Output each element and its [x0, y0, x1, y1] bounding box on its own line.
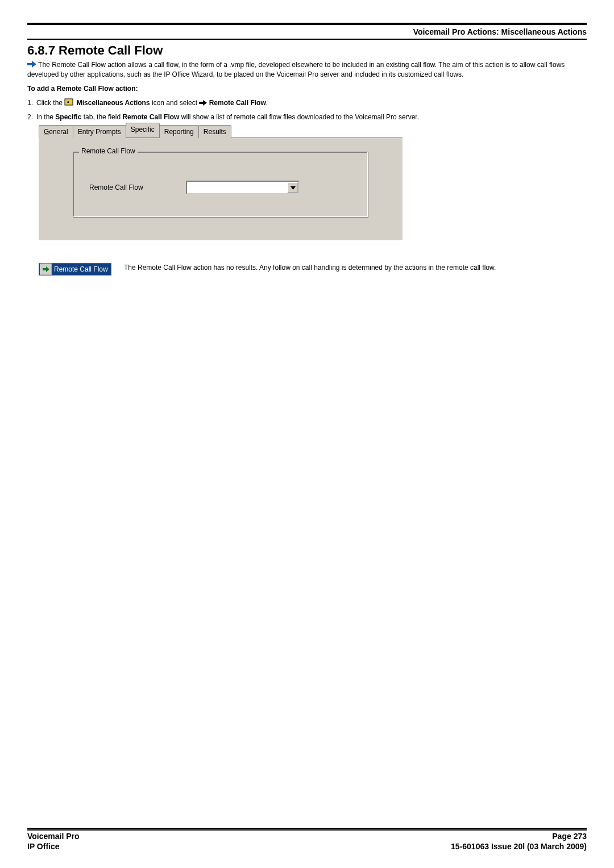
step-2-number: 2. [27, 112, 36, 123]
remote-call-flow-field-label: Remote Call Flow [89, 183, 186, 191]
svg-marker-5 [203, 100, 207, 106]
step-2-text-b: tab, the field [81, 113, 122, 121]
miscellaneous-actions-icon: ✦ [64, 97, 74, 110]
breadcrumb: Voicemail Pro Actions: Miscellaneous Act… [27, 27, 587, 36]
arrow-right-icon [27, 61, 36, 70]
remote-call-flow-groupbox: Remote Call Flow Remote Call Flow [73, 152, 368, 218]
step-2-text-c: will show a list of remote call flow fil… [179, 113, 419, 121]
groupbox-label: Remote Call Flow [79, 147, 138, 155]
result-chip-label: Remote Call Flow [54, 265, 108, 273]
step-1-misc-actions: Miscellaneous Actions [77, 99, 150, 107]
step-2-specific: Specific [55, 113, 81, 121]
result-row: Remote Call Flow The Remote Call Flow ac… [39, 263, 587, 276]
footer-left-1: Voicemail Pro [27, 832, 80, 841]
svg-rect-7 [43, 268, 46, 270]
tab-entry-prompts[interactable]: Entry Prompts [73, 125, 126, 138]
intro-paragraph: The Remote Call Flow action allows a cal… [27, 60, 587, 79]
rule-top-thick [27, 23, 587, 25]
remote-call-flow-result-chip: Remote Call Flow [39, 263, 111, 276]
step-1-text-mid: icon and select [150, 99, 200, 107]
tabstrip: General Entry Prompts Specific Reporting… [39, 124, 587, 137]
step-1-remote-call-flow: Remote Call Flow [209, 99, 266, 107]
intro-text: The Remote Call Flow action allows a cal… [27, 61, 565, 78]
footer: Voicemail Pro Page 273 IP Office 15-6010… [27, 828, 587, 851]
dropdown-button[interactable] [287, 182, 298, 193]
chevron-down-icon [291, 183, 296, 191]
step-2-rcf: Remote Call Flow [122, 113, 179, 121]
footer-rule-thin [27, 828, 587, 829]
step-1-text-a: Click the [36, 99, 64, 107]
remote-call-flow-dropdown[interactable] [186, 181, 300, 194]
tab-results[interactable]: Results [198, 125, 231, 138]
footer-rule-thick [27, 829, 587, 831]
svg-rect-0 [27, 63, 32, 65]
svg-marker-8 [46, 266, 49, 272]
tab-reporting[interactable]: Reporting [159, 125, 199, 138]
page-title: 6.8.7 Remote Call Flow [27, 43, 587, 58]
subheading-add-action: To add a Remote Call Flow action: [27, 85, 587, 93]
footer-right-1: Page 273 [552, 832, 587, 841]
step-1: 1.Click the ✦ Miscellaneous Actions icon… [27, 97, 587, 110]
svg-marker-1 [32, 61, 36, 68]
result-text: The Remote Call Flow action has no resul… [124, 263, 496, 272]
svg-rect-4 [199, 102, 203, 104]
tab-general[interactable]: General [39, 125, 73, 138]
step-2: 2.In the Specific tab, the field Remote … [27, 112, 587, 123]
specific-tab-panel: Remote Call Flow Remote Call Flow [39, 137, 403, 240]
footer-left-2: IP Office [27, 842, 60, 851]
svg-marker-6 [291, 186, 296, 190]
rule-under-breadcrumb [27, 39, 587, 40]
svg-text:✦: ✦ [66, 99, 70, 105]
arrow-right-icon [199, 98, 207, 109]
arrow-right-icon [40, 264, 52, 275]
step-2-text-a: In the [36, 113, 55, 121]
step-1-text-end: . [266, 99, 268, 107]
step-1-number: 1. [27, 98, 36, 108]
footer-right-2: 15-601063 Issue 20l (03 March 2009) [451, 842, 587, 851]
tab-specific[interactable]: Specific [126, 123, 160, 137]
